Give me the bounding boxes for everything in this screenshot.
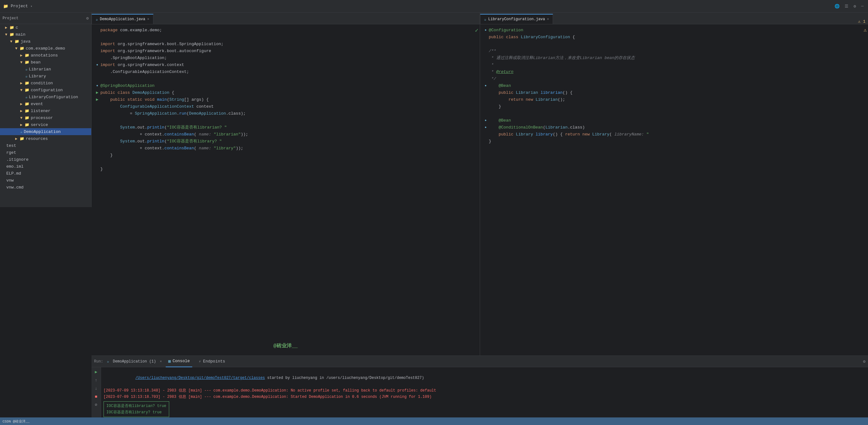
annotation-gutter-icon: ● — [96, 83, 98, 89]
run-main-icon[interactable]: ▶ — [96, 96, 98, 103]
java-library-icon: ☕ — [25, 74, 27, 79]
nav-icon[interactable]: 🌐 — [835, 4, 840, 9]
code-line-import2: import org.springframework.boot.autoconf… — [92, 48, 480, 55]
sidebar-item-java[interactable]: ▼ 📁 java — [0, 38, 91, 45]
folder-main-icon: ▼ 📁 — [5, 32, 14, 37]
sidebar-item-processor[interactable]: ▼ 📁 processor — [0, 114, 91, 121]
minimize-icon[interactable]: — — [861, 4, 864, 8]
folder-listener-icon: ▶ 📁 — [20, 109, 29, 113]
sidebar-item-mvnw[interactable]: vnw — [0, 177, 91, 184]
run-stop-button[interactable]: ■ — [93, 393, 100, 400]
folder-pkg-icon: ▼ 📁 — [15, 46, 24, 51]
status-text: CSDN @砖业洋__ — [2, 419, 30, 424]
tab-demoapplication[interactable]: ☕ DemoApplication.java × — [92, 14, 153, 24]
folder-icon: 📁 — [3, 4, 8, 9]
sidebar-gear-icon[interactable]: ⚙ — [86, 16, 89, 21]
warn-icon-right: ⚠ 1 — [858, 19, 866, 24]
run-clear-button[interactable]: ⊘ — [93, 401, 100, 408]
sidebar-item-listener[interactable]: ▶ 📁 listener — [0, 108, 91, 114]
project-label[interactable]: Project — [11, 4, 28, 8]
dropdown-arrow-icon[interactable]: ▾ — [31, 4, 32, 8]
tab-libraryconfiguration[interactable]: ☕ LibraryConfiguration.java × — [480, 14, 553, 24]
sidebar-item-resources[interactable]: ▶ 📁 resources — [0, 135, 91, 142]
sidebar-item-com-example-demo[interactable]: ▼ 📁 com.example.demo — [0, 45, 91, 52]
rc-close-class: } — [480, 138, 868, 145]
run-link-classes[interactable]: /Users/liuchenyang/Desktop/git/demoTest0… — [135, 376, 265, 380]
editor-content-left[interactable]: ✓ package com.example.demo; import org.s… — [92, 24, 480, 356]
folder-c-icon: ▶ 📁 — [5, 25, 14, 30]
run-down-button[interactable]: ↓ — [93, 385, 100, 392]
run-close-icon[interactable]: × — [160, 360, 162, 363]
run-log-link: /Users/liuchenyang/Desktop/git/demoTest0… — [103, 368, 866, 388]
code-line-class: ▶ public class DemoApplication { — [92, 89, 480, 96]
sidebar-item-helpmd[interactable]: ELP.md — [0, 170, 91, 177]
tab-close-libraryconfiguration[interactable]: × — [547, 18, 549, 21]
sidebar-item-libraryconfiguration[interactable]: ☕ LibraryConfiguration — [0, 93, 91, 100]
sidebar-item-itignore[interactable]: .itignore — [0, 156, 91, 163]
structure-icon[interactable]: ☰ — [845, 4, 848, 9]
folder-configuration-icon: ▼ 📁 — [20, 88, 29, 92]
sidebar-item-configuration[interactable]: ▼ 📁 configuration — [0, 87, 91, 93]
editor-content-right[interactable]: ⚠ ● @Configuration public class LibraryC… — [480, 24, 868, 356]
run-log-line1: [2023-07-09 13:13:18.348] - 2983 信息 [mai… — [103, 388, 866, 394]
editor-libraryconfiguration: ⚠ ● @Configuration public class LibraryC… — [480, 24, 868, 356]
sidebar-item-main[interactable]: ▼ 📁 main — [0, 31, 91, 38]
tab-console[interactable]: ▦ Console — [166, 356, 192, 367]
run-play-button[interactable]: ▶ — [93, 368, 100, 375]
sidebar-item-event[interactable]: ▶ 📁 event — [0, 100, 91, 108]
rc-blank1 — [480, 41, 868, 48]
code-line-println2: System.out.println("IOC容器是否有library? " — [92, 138, 480, 145]
run-log-line2: [2023-07-09 13:13:18.703] - 2983 信息 [mai… — [103, 394, 866, 400]
code-line-blank — [92, 34, 480, 41]
rc-comment-return: * @return — [480, 68, 868, 75]
java-librarian-icon: ☕ — [25, 67, 27, 72]
sidebar-title: Project — [2, 16, 18, 21]
run-output-1: IOC容器是否有librarian? true — [106, 403, 166, 409]
bean-rc-1-icon: ● — [485, 83, 486, 89]
run-panel-header: Run: ☕ DemoApplication (1) × ▦ Console ⚡… — [92, 356, 868, 367]
tab-close-demoapplication[interactable]: × — [147, 18, 149, 21]
run-gutter-icon[interactable]: ▶ — [96, 89, 98, 96]
rc-conditional-ann: ● @ConditionalOnBean(Librarian.class) — [480, 124, 868, 131]
settings-icon[interactable]: ⚙ — [854, 4, 856, 9]
sidebar-item-c[interactable]: ▶ 📁 c — [0, 24, 91, 31]
tab-libraryconfiguration-label: LibraryConfiguration.java — [488, 17, 545, 22]
rc-library-method: public Library library() { return new Li… — [480, 131, 868, 138]
code-line-import2b: .SpringBootApplication; — [92, 55, 480, 62]
run-output-2: IOC容器是否有library? true — [106, 409, 166, 416]
sidebar-item-mvnwcmd[interactable]: vnw.cmd — [0, 184, 91, 191]
tab-java-icon-right: ☕ — [484, 17, 486, 22]
run-label: Run: — [94, 359, 103, 364]
sidebar-item-library[interactable]: ☕ Library — [0, 72, 91, 80]
sidebar-item-rget[interactable]: rget — [0, 149, 91, 156]
sidebar-item-service[interactable]: ▶ 📁 service — [0, 121, 91, 128]
run-console-box: IOC容器是否有librarian? true IOC容器是否有library?… — [103, 401, 866, 417]
code-line-blank2 — [92, 75, 480, 83]
code-line-import1: import org.springframework.boot.SpringAp… — [92, 41, 480, 48]
code-line-annotation: ● @SpringBootApplication — [92, 83, 480, 89]
sidebar-item-annotations[interactable]: ▶ 📁 annotations — [0, 52, 91, 59]
folder-java-icon: ▼ 📁 — [10, 39, 19, 44]
rc-line-config-ann: ● @Configuration — [480, 27, 868, 34]
run-console-output: /Users/liuchenyang/Desktop/git/demoTest0… — [101, 367, 868, 425]
watermark: @砖业洋__ — [273, 342, 298, 349]
sidebar-item-librarian[interactable]: ☕ Librarian — [0, 66, 91, 72]
sidebar-item-test[interactable]: test — [0, 142, 91, 149]
code-line-close2: } — [92, 166, 480, 173]
code-line-1: package com.example.demo; — [92, 27, 480, 34]
code-line-main: ▶ public static void main(String[] args)… — [92, 96, 480, 103]
settings-run-icon[interactable]: ⚙ — [863, 359, 866, 364]
sidebar-item-demoapplication[interactable]: ☕ DemoApplication — [0, 128, 91, 135]
sidebar-item-bean[interactable]: ▼ 📁 bean — [0, 59, 91, 66]
tab-demoapplication-label: DemoApplication.java — [100, 17, 145, 22]
run-up-button[interactable]: ↑ — [93, 377, 100, 384]
sidebar-item-emoiml[interactable]: emo.iml — [0, 163, 91, 170]
endpoints-icon: ⚡ — [198, 359, 201, 364]
run-app-name[interactable]: DemoApplication (1) — [113, 359, 156, 364]
tab-endpoints[interactable]: ⚡ Endpoints — [196, 356, 227, 367]
toolbar: 📁 Project ▾ 🌐 ☰ ⚙ — — [0, 0, 868, 12]
sidebar: ▶ 📁 c ▼ 📁 main ▼ 📁 java ▼ — [0, 24, 92, 207]
java-libraryconfiguration-icon: ☕ — [25, 95, 27, 99]
sidebar-item-condition[interactable]: ▶ 📁 condition — [0, 80, 91, 87]
rc-close-librarian: } — [480, 103, 868, 110]
